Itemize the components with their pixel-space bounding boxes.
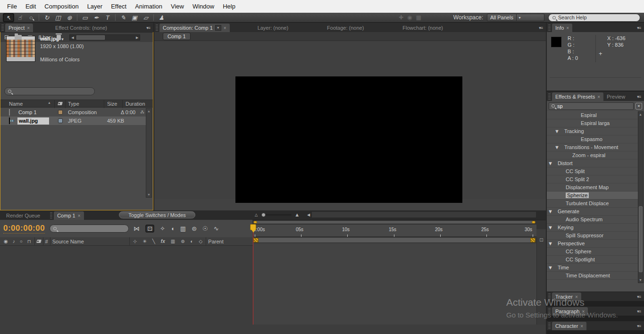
panel-menu-icon[interactable]: ▾≡: [637, 294, 644, 301]
live-update-icon[interactable]: ⊡: [145, 225, 154, 233]
frame-blend-switch-icon[interactable]: ▥: [169, 239, 176, 244]
tab-composition[interactable]: Composition: Comp 1 ▼ ×: [159, 24, 230, 32]
tab-flowchart[interactable]: Flowchart: (none): [399, 24, 446, 32]
navigator-end-handle[interactable]: [532, 221, 535, 224]
effects-search-input[interactable]: sp: [549, 102, 634, 110]
clear-search-icon[interactable]: ✕: [636, 103, 642, 109]
brush-tool[interactable]: ✎: [117, 13, 129, 22]
tab-render-queue[interactable]: Render Queue: [3, 211, 43, 220]
shy-switch-icon[interactable]: ⊹: [132, 239, 138, 244]
source-name-column[interactable]: Source Name: [52, 239, 84, 244]
graph-editor-icon[interactable]: ∿: [214, 225, 219, 232]
track-area[interactable]: [253, 243, 536, 325]
scroll-up-icon[interactable]: ▲: [639, 113, 642, 116]
threed-switch-icon[interactable]: ◇: [198, 239, 204, 244]
panel-menu-icon[interactable]: ▾≡: [637, 324, 644, 330]
panel-grip[interactable]: [548, 293, 551, 300]
project-vertical-scrollbar[interactable]: ▲ ▼: [146, 108, 152, 198]
rasterize-switch-icon[interactable]: ╲: [151, 239, 157, 244]
close-icon[interactable]: ×: [224, 25, 226, 31]
tab-comp1[interactable]: Comp 1 ×: [54, 211, 84, 220]
timeline-horizontal-scrollbar[interactable]: [311, 211, 536, 218]
flowchart-icon[interactable]: ⁂: [140, 110, 144, 115]
tab-layer[interactable]: Layer: (none): [254, 24, 292, 32]
toggle-switches-modes-button[interactable]: Toggle Switches / Modes: [119, 211, 195, 218]
effects-list-item[interactable]: Espiral larga: [547, 119, 638, 127]
panel-menu-icon[interactable]: ▾≡: [637, 25, 644, 32]
timeline-search-input[interactable]: [50, 225, 129, 233]
rectangle-tool[interactable]: ▭: [79, 13, 91, 22]
scroll-left-icon[interactable]: ◀: [71, 36, 74, 40]
table-row-comp1[interactable]: Comp 1 Composition Δ 0:00 ⁂: [0, 108, 146, 117]
close-icon[interactable]: ×: [580, 324, 583, 329]
label-tag-icon[interactable]: [58, 102, 63, 105]
effects-list-item[interactable]: Spherize: [547, 192, 638, 200]
panel-grip[interactable]: [548, 93, 551, 100]
close-icon[interactable]: ×: [27, 25, 30, 31]
close-icon[interactable]: ×: [78, 213, 81, 218]
menu-item[interactable]: File: [3, 0, 21, 13]
layer-number-column[interactable]: #: [45, 239, 48, 244]
menu-item[interactable]: Animation: [131, 0, 167, 13]
current-timecode[interactable]: 0:00:00:00: [3, 224, 45, 234]
eraser-tool[interactable]: ▱: [140, 13, 151, 22]
menu-item[interactable]: Edit: [21, 0, 40, 13]
close-icon[interactable]: ×: [575, 294, 578, 300]
effects-list-item[interactable]: Spill Suppressor: [547, 232, 638, 240]
hand-tool[interactable]: ☝: [14, 13, 25, 22]
panel-grip[interactable]: [50, 212, 52, 218]
close-icon[interactable]: ×: [597, 94, 600, 100]
effects-list-item[interactable]: ▼Tracking: [547, 127, 638, 135]
help-search-input[interactable]: Search Help: [548, 14, 640, 22]
panel-menu-icon[interactable]: ▾≡: [539, 25, 546, 32]
effects-list-item[interactable]: ▼Transitions - Movement: [547, 143, 638, 151]
close-icon[interactable]: ×: [566, 25, 569, 31]
parent-column[interactable]: Parent: [208, 239, 223, 244]
expand-arrow-icon[interactable]: ▼: [548, 209, 553, 214]
effects-list-item[interactable]: ▼Keying: [547, 224, 638, 232]
menu-item[interactable]: View: [167, 0, 188, 13]
camera-tool[interactable]: ◫: [52, 13, 64, 22]
navigator-start-handle[interactable]: [253, 221, 257, 224]
tab-paragraph[interactable]: Paragraph ×: [552, 307, 588, 316]
menu-item[interactable]: Layer: [83, 0, 107, 13]
text-tool[interactable]: T: [102, 13, 113, 22]
column-size[interactable]: Size: [107, 101, 117, 107]
rotation-tool[interactable]: ↻: [41, 13, 52, 22]
sort-arrow-icon[interactable]: ▲: [48, 101, 51, 104]
motion-blur-icon[interactable]: ⊜: [192, 225, 197, 232]
column-name[interactable]: Name: [9, 101, 23, 107]
scroll-down-icon[interactable]: ▼: [147, 193, 151, 196]
expand-arrow-icon[interactable]: ▼: [554, 128, 560, 134]
selection-tool[interactable]: ↖: [3, 13, 14, 22]
table-row-wall-selected[interactable]: wall.jpg JPEG 459 KB: [0, 117, 146, 125]
comp-mini-flowchart-icon[interactable]: ⋈: [134, 225, 140, 232]
tab-info[interactable]: Info ×: [552, 24, 572, 32]
work-area-start-handle[interactable]: [253, 238, 259, 242]
comp-button-icon[interactable]: ⊡: [537, 237, 546, 242]
effects-list-item[interactable]: ▼Distort: [547, 159, 638, 167]
effects-list-item[interactable]: Audio Spectrum: [547, 216, 638, 224]
menu-item[interactable]: Window: [188, 0, 218, 13]
expand-arrow-icon[interactable]: ▼: [548, 225, 553, 230]
collapse-switch-icon[interactable]: ✳: [141, 239, 148, 244]
composition-frame[interactable]: [235, 76, 462, 203]
scroll-up-icon[interactable]: ▲: [147, 109, 151, 113]
expand-arrow-icon[interactable]: ▼: [548, 160, 553, 166]
column-duration[interactable]: Duration: [125, 101, 145, 107]
panel-grip[interactable]: [548, 323, 551, 329]
motion-blur-switch-icon[interactable]: ⊚: [179, 239, 186, 244]
label-color-chip[interactable]: [58, 110, 63, 115]
clone-stamp-tool[interactable]: ▣: [129, 13, 140, 22]
draft-3d-icon[interactable]: ✧: [160, 225, 165, 232]
column-type[interactable]: Type: [68, 101, 79, 107]
panel-menu-icon[interactable]: ▾≡: [637, 309, 644, 316]
menu-item[interactable]: Effect: [107, 0, 131, 13]
chevron-down-icon[interactable]: ▼: [215, 25, 221, 31]
pan-behind-tool[interactable]: ⊕: [64, 13, 75, 22]
tab-effect-controls[interactable]: Effect Controls: (none): [52, 24, 110, 32]
effects-list-item[interactable]: Displacement Map: [547, 184, 638, 192]
work-area-end-handle[interactable]: [530, 238, 535, 242]
effects-switch-icon[interactable]: fx: [159, 239, 167, 244]
panel-grip[interactable]: [1, 25, 4, 31]
